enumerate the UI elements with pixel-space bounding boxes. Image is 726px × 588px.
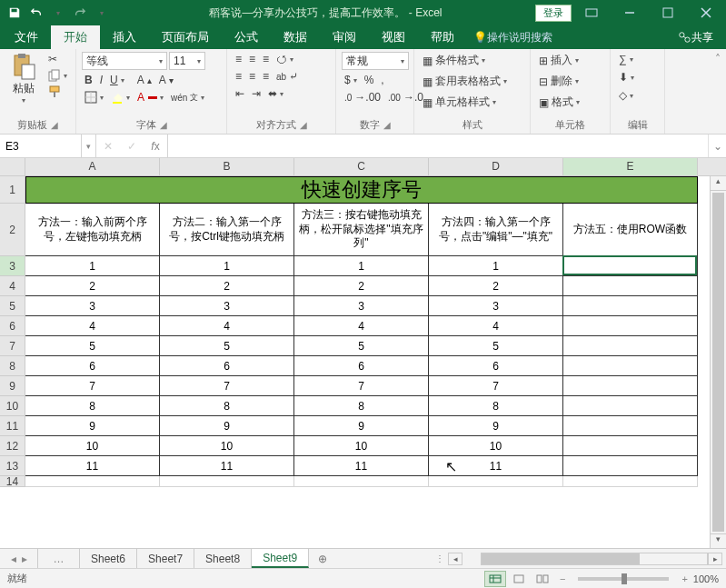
table-header-cell[interactable]: 方法四：输入第一个序号，点击"编辑"—"填充" — [429, 204, 563, 256]
undo-dropdown-icon[interactable]: ▾ — [49, 4, 67, 22]
table-header-cell[interactable]: 方法二：输入第一个序号，按Ctrl键拖动填充柄 — [160, 204, 294, 256]
zoom-slider[interactable] — [578, 577, 669, 581]
scroll-thumb-horizontal[interactable] — [481, 553, 708, 565]
row-header[interactable]: 4 — [0, 276, 25, 296]
cell[interactable] — [563, 316, 698, 336]
row-header[interactable]: 14 — [0, 476, 25, 487]
column-header[interactable]: B — [160, 158, 294, 175]
row-header[interactable]: 13 — [0, 456, 25, 476]
sheet-nav-ellipsis[interactable]: … — [38, 549, 80, 568]
cell[interactable]: 3 — [429, 296, 563, 316]
login-button[interactable]: 登录 — [535, 5, 572, 22]
cell[interactable]: 2 — [294, 276, 429, 296]
align-right-button[interactable]: ≡ — [260, 69, 272, 84]
fill-button[interactable]: ⬇▾ — [616, 70, 637, 85]
cell[interactable]: 3 — [160, 296, 294, 316]
collapse-ribbon-icon[interactable]: ˄ — [715, 53, 721, 65]
sheet-prev-icon[interactable]: ◂ — [11, 553, 16, 565]
tab-help[interactable]: 帮助 — [418, 25, 467, 49]
tab-split-handle[interactable]: ⋮ — [435, 553, 444, 563]
enter-fx-icon[interactable]: ✓ — [120, 140, 144, 153]
tab-page-layout[interactable]: 页面布局 — [149, 25, 222, 49]
minimize-icon[interactable] — [612, 1, 648, 25]
italic-button[interactable]: I — [97, 73, 105, 87]
cell[interactable] — [294, 476, 429, 487]
sheet-tab[interactable]: Sheet6 — [80, 549, 137, 568]
close-icon[interactable] — [688, 1, 724, 25]
row-header[interactable]: 10 — [0, 396, 25, 416]
cell[interactable]: 4 — [294, 316, 429, 336]
format-as-table-button[interactable]: ▦套用表格格式 ▾ — [420, 73, 510, 90]
merge-button[interactable]: ⬌▾ — [265, 86, 286, 101]
row-header[interactable]: 9 — [0, 376, 25, 396]
delete-cells-button[interactable]: ⊟删除 ▾ — [536, 73, 582, 90]
cell[interactable]: 9 — [294, 416, 429, 436]
insert-cells-button[interactable]: ⊞插入 ▾ — [536, 52, 582, 69]
sheet-tab[interactable]: Sheet9 — [252, 549, 309, 568]
merged-title-cell[interactable]: 快速创建序号 — [25, 176, 698, 204]
cell[interactable] — [563, 396, 698, 416]
scroll-up-icon[interactable]: ▴ — [711, 176, 726, 191]
row-header[interactable]: 12 — [0, 436, 25, 456]
cell[interactable]: 5 — [429, 336, 563, 356]
cell[interactable]: 8 — [294, 396, 429, 416]
vertical-scrollbar[interactable]: ▴ ▾ — [710, 176, 726, 548]
qat-customize-icon[interactable]: ▾ — [93, 4, 111, 22]
clipboard-launcher-icon[interactable]: ◢ — [51, 120, 58, 130]
row-header[interactable]: 1 — [0, 176, 25, 204]
sheet-tab[interactable]: Sheet8 — [194, 549, 252, 568]
bold-button[interactable]: B — [82, 73, 95, 87]
cell[interactable]: 2 — [160, 276, 294, 296]
row-header[interactable]: 11 — [0, 416, 25, 436]
number-format-combo[interactable]: 常规▾ — [342, 52, 409, 70]
cell[interactable]: 10 — [160, 436, 294, 456]
cell[interactable] — [563, 456, 698, 476]
tell-me-search[interactable]: 💡 操作说明搜索 — [472, 25, 552, 49]
view-normal-button[interactable] — [484, 571, 506, 587]
tab-home[interactable]: 开始 — [51, 25, 100, 49]
format-painter-button[interactable] — [45, 85, 70, 99]
align-bottom-button[interactable]: ≡ — [260, 52, 272, 66]
ribbon-display-icon[interactable] — [573, 1, 610, 25]
cell[interactable] — [563, 256, 698, 276]
sheet-tab[interactable]: Sheet7 — [137, 549, 194, 568]
percent-button[interactable]: % — [362, 73, 377, 87]
row-header[interactable]: 5 — [0, 296, 25, 316]
zoom-in-button[interactable]: + — [681, 573, 687, 584]
conditional-format-button[interactable]: ▦条件格式 ▾ — [420, 52, 488, 69]
cell[interactable]: 4 — [429, 316, 563, 336]
row-header[interactable]: 6 — [0, 316, 25, 336]
column-header[interactable]: C — [294, 158, 429, 175]
zoom-level[interactable]: 100% — [693, 573, 719, 584]
zoom-out-button[interactable]: − — [560, 573, 565, 584]
cell[interactable]: 11 — [160, 456, 294, 476]
cell[interactable]: 7 — [429, 376, 563, 396]
share-button[interactable]: 共享 — [664, 25, 726, 49]
sheet-next-icon[interactable]: ▸ — [22, 553, 27, 565]
align-center-button[interactable]: ≡ — [246, 69, 258, 84]
accounting-button[interactable]: $▾ — [342, 73, 360, 87]
select-all-corner[interactable] — [0, 158, 25, 175]
cell[interactable]: 1 — [160, 256, 294, 276]
cell[interactable]: 6 — [25, 356, 160, 376]
cell[interactable]: 6 — [160, 356, 294, 376]
cancel-fx-icon[interactable]: ✕ — [96, 140, 120, 153]
cell[interactable]: 6 — [429, 356, 563, 376]
row-header[interactable]: 8 — [0, 356, 25, 376]
cell[interactable]: 9 — [25, 416, 160, 436]
cells-area[interactable]: ↖ 快速创建序号方法一：输入前两个序号，左键拖动填充柄方法二：输入第一个序号，按… — [25, 176, 710, 548]
cell-styles-button[interactable]: ▦单元格样式 ▾ — [420, 94, 499, 111]
cell[interactable]: 4 — [160, 316, 294, 336]
cell[interactable] — [563, 336, 698, 356]
align-middle-button[interactable]: ≡ — [246, 52, 258, 66]
row-header[interactable]: 3 — [0, 256, 25, 276]
font-name-combo[interactable]: 等线▾ — [82, 52, 167, 70]
cell[interactable]: 7 — [25, 376, 160, 396]
table-header-cell[interactable]: 方法一：输入前两个序号，左键拖动填充柄 — [25, 204, 160, 256]
orientation-button[interactable]: ⭯▾ — [273, 52, 296, 66]
tab-insert[interactable]: 插入 — [100, 25, 149, 49]
cell[interactable]: 2 — [429, 276, 563, 296]
cell[interactable]: 2 — [25, 276, 160, 296]
row-header[interactable]: 7 — [0, 336, 25, 356]
cell[interactable]: 3 — [25, 296, 160, 316]
